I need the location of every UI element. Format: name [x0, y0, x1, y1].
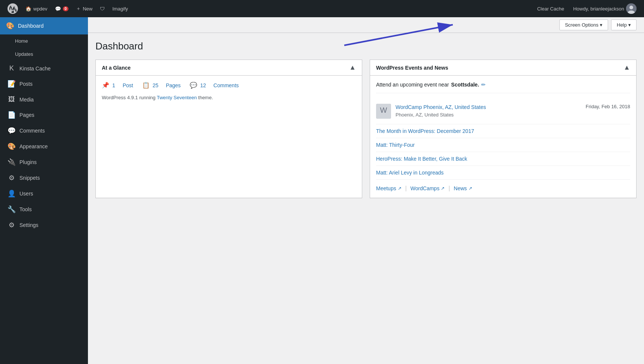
- howdy-text: Howdy, brianleejackson: [573, 6, 624, 12]
- site-name-button[interactable]: 🏠 wpdev: [22, 4, 51, 13]
- comments-button[interactable]: 💬 0: [52, 4, 72, 13]
- collapse-icon[interactable]: ▲: [349, 64, 356, 72]
- at-a-glance-stats: 📌 1 Post 📋 25 Pages 💬 12 Comments: [102, 82, 356, 89]
- sidebar-dashboard-label: Dashboard: [18, 23, 44, 29]
- comments-stat[interactable]: 💬 12 Comments: [190, 82, 239, 89]
- posts-icon: 📝: [7, 80, 16, 88]
- event-name-link[interactable]: WordCamp Phoenix, AZ, United States: [396, 104, 486, 110]
- site-name-label: wpdev: [33, 6, 48, 12]
- wordcamp-logo: W: [376, 104, 391, 119]
- external-link-icon-wordcamps: ↗: [441, 186, 445, 191]
- event-location-text: Phoenix, AZ, United States: [396, 112, 581, 118]
- news-link-1[interactable]: Matt: Thirty-Four: [376, 138, 630, 152]
- footer-separator-2: |: [448, 185, 450, 192]
- sidebar-item-updates[interactable]: Updates: [0, 48, 88, 61]
- comments-count: 12: [200, 82, 206, 88]
- sidebar-item-tools[interactable]: 🔧 Tools: [0, 201, 88, 217]
- news-link-0[interactable]: The Month in WordPress: December 2017: [376, 124, 630, 138]
- howdy-button[interactable]: Howdy, brianleejackson: [570, 2, 640, 15]
- external-link-icon-news: ↗: [468, 186, 472, 191]
- news-link-footer[interactable]: News ↗: [454, 185, 472, 191]
- event-location-bar: Attend an upcoming event near Scottsdale…: [376, 82, 630, 93]
- clear-cache-button[interactable]: Clear Cache: [534, 4, 567, 13]
- screen-options-label: Screen Options: [565, 22, 599, 28]
- news-link-3[interactable]: Matt: Ariel Levy in Longreads: [376, 166, 630, 180]
- clear-cache-label: Clear Cache: [537, 6, 564, 12]
- sidebar-item-pages[interactable]: 📄 Pages: [0, 107, 88, 123]
- sidebar-updates-label: Updates: [15, 51, 33, 57]
- screen-options-button[interactable]: Screen Options ▾: [559, 19, 608, 30]
- sidebar-posts-label: Posts: [19, 81, 33, 87]
- sidebar-media-label: Media: [19, 97, 34, 103]
- sidebar-item-users[interactable]: 👤 Users: [0, 186, 88, 201]
- admin-bar: 🏠 wpdev 💬 0 ＋ New 🛡 Imagify Clear Cache …: [0, 0, 644, 17]
- admin-bar-right: Clear Cache Howdy, brianleejackson: [534, 2, 640, 15]
- news-link-2[interactable]: HeroPress: Make It Better, Give It Back: [376, 152, 630, 166]
- sidebar-item-plugins[interactable]: 🔌 Plugins: [0, 154, 88, 170]
- meetups-label: Meetups: [376, 185, 396, 191]
- comments-count-badge: 0: [63, 6, 69, 11]
- pages-stat[interactable]: 📋 25 Pages: [142, 82, 181, 89]
- settings-icon: ⚙: [7, 221, 16, 229]
- kinsta-icon: K: [7, 64, 16, 72]
- tools-icon: 🔧: [7, 205, 16, 213]
- sidebar-item-posts[interactable]: 📝 Posts: [0, 76, 88, 92]
- plus-icon: ＋: [76, 5, 81, 12]
- location-prefix: Attend an upcoming event near: [376, 82, 449, 88]
- sidebar-snippets-label: Snippets: [19, 175, 40, 181]
- sidebar-item-home[interactable]: Home: [0, 34, 88, 48]
- meetups-link[interactable]: Meetups ↗: [376, 185, 402, 191]
- sidebar-item-kinsta-cache[interactable]: K Kinsta Cache: [0, 61, 88, 76]
- sidebar-item-comments[interactable]: 💬 Comments: [0, 123, 88, 139]
- posts-label: Post: [123, 82, 133, 88]
- sidebar-home-label: Home: [15, 38, 28, 44]
- page-icon: 📋: [142, 82, 150, 89]
- at-a-glance-widget: At a Glance ▲ 📌 1 Post 📋 25 Pages: [95, 60, 362, 198]
- wordcamps-label: WordCamps: [410, 185, 440, 191]
- sidebar-item-snippets[interactable]: ⚙ Snippets: [0, 170, 88, 186]
- pages-count: 25: [153, 82, 159, 88]
- at-a-glance-body: 📌 1 Post 📋 25 Pages 💬 12 Comments: [96, 76, 362, 106]
- wp-events-widget: WordPress Events and News ▲ Attend an up…: [370, 60, 637, 198]
- sidebar-settings-label: Settings: [19, 222, 39, 228]
- home-icon: 🏠: [25, 6, 31, 12]
- news-footer-label: News: [454, 185, 467, 191]
- wp-events-header[interactable]: WordPress Events and News ▲: [370, 60, 636, 76]
- theme-link[interactable]: Twenty Seventeen: [157, 95, 197, 100]
- edit-location-icon[interactable]: ✏: [481, 82, 486, 88]
- event-date: Friday, Feb 16, 2018: [586, 104, 630, 119]
- svg-text:W: W: [380, 106, 387, 114]
- sidebar-item-settings[interactable]: ⚙ Settings: [0, 217, 88, 233]
- posts-stat[interactable]: 📌 1 Post: [102, 82, 133, 89]
- sidebar-item-appearance[interactable]: 🎨 Appearance: [0, 139, 88, 154]
- help-button[interactable]: Help ▾: [611, 19, 637, 30]
- sidebar-comments-label: Comments: [19, 128, 45, 134]
- sidebar-item-media[interactable]: 🖼 Media: [0, 92, 88, 107]
- event-item: W WordCamp Phoenix, AZ, United States Ph…: [376, 98, 630, 124]
- plugin-imagify-button[interactable]: 🛡: [97, 4, 108, 13]
- main-content: Screen Options ▾ Help ▾ Dashboard At a G…: [88, 17, 644, 364]
- imagify-label[interactable]: Imagify: [109, 4, 131, 13]
- sidebar-appearance-label: Appearance: [19, 143, 48, 149]
- top-bar: Screen Options ▾ Help ▾: [88, 17, 644, 33]
- new-content-button[interactable]: ＋ New: [73, 4, 95, 13]
- help-chevron: ▾: [628, 22, 631, 28]
- at-a-glance-header[interactable]: At a Glance ▲: [96, 60, 362, 76]
- events-collapse-icon[interactable]: ▲: [623, 64, 630, 72]
- sidebar-plugins-label: Plugins: [19, 159, 37, 165]
- pin-icon: 📌: [102, 82, 109, 89]
- wp-events-body: Attend an upcoming event near Scottsdale…: [370, 76, 636, 198]
- screen-options-chevron: ▾: [600, 22, 602, 28]
- plugins-icon: 🔌: [7, 158, 16, 166]
- layout: 🎨 Dashboard Home Updates K Kinsta Cache …: [0, 17, 644, 364]
- wp-logo-button[interactable]: [4, 2, 21, 15]
- svg-point-1: [629, 6, 633, 9]
- wordcamps-link[interactable]: WordCamps ↗: [410, 185, 445, 191]
- sidebar-kinsta-label: Kinsta Cache: [19, 66, 51, 72]
- media-icon: 🖼: [7, 95, 16, 103]
- snippets-icon: ⚙: [7, 174, 16, 182]
- users-icon: 👤: [7, 189, 16, 198]
- help-label: Help: [617, 22, 627, 28]
- sidebar-item-dashboard[interactable]: 🎨 Dashboard: [0, 17, 88, 34]
- pages-label: Pages: [166, 82, 181, 88]
